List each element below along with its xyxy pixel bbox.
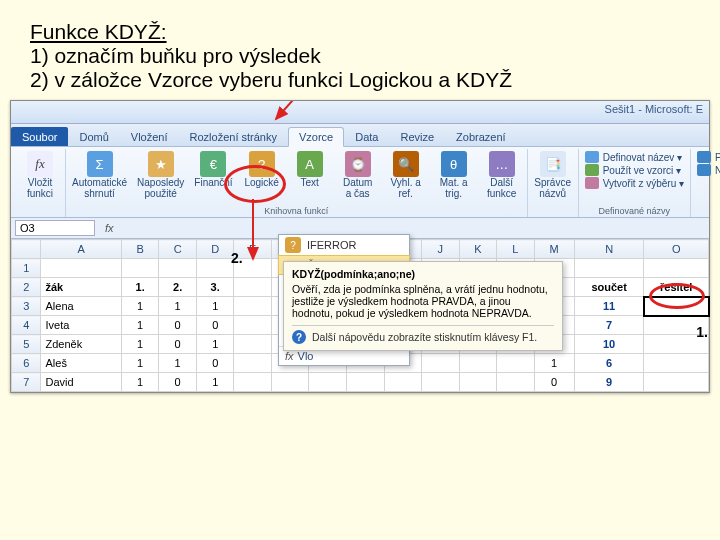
header-cell[interactable]: 2.: [159, 278, 197, 297]
cell[interactable]: 0: [159, 335, 197, 354]
cell[interactable]: [234, 316, 272, 335]
cell-result[interactable]: [644, 297, 709, 316]
cell-sum[interactable]: 7: [574, 316, 644, 335]
cell-sum[interactable]: 11: [574, 297, 644, 316]
trace-side-předch[interactable]: Předch: [697, 151, 720, 163]
col-header[interactable]: L: [497, 240, 535, 259]
ribbon-automatické[interactable]: ΣAutomatické shrnutí: [68, 149, 131, 201]
cell[interactable]: 1: [121, 373, 159, 392]
cell-sum[interactable]: 10: [574, 335, 644, 354]
cell[interactable]: [347, 373, 385, 392]
cell[interactable]: 0: [159, 373, 197, 392]
ribbon-naposledy[interactable]: ★Naposledy použité: [133, 149, 188, 201]
cell[interactable]: 1: [121, 297, 159, 316]
ribbon-finanční[interactable]: €Finanční: [190, 149, 236, 201]
header-cell[interactable]: řešitel: [644, 278, 709, 297]
tab-domů[interactable]: Domů: [68, 127, 119, 146]
help-icon: ?: [292, 330, 306, 344]
cell[interactable]: [309, 373, 347, 392]
cell-result[interactable]: [644, 354, 709, 373]
name-side-vytvořit-z-výběru[interactable]: Vytvořit z výběru ▾: [585, 177, 684, 189]
cell[interactable]: [271, 373, 309, 392]
name-manager-button[interactable]: 📑 Správce názvů: [530, 149, 576, 201]
ribbon-další[interactable]: …Další funkce: [479, 149, 525, 201]
trace-side-následn[interactable]: Následn: [697, 164, 720, 176]
col-header[interactable]: O: [644, 240, 709, 259]
tab-vzorce[interactable]: Vzorce: [288, 127, 344, 147]
tab-revize[interactable]: Revize: [389, 127, 445, 146]
cell-sum[interactable]: 6: [574, 354, 644, 373]
col-header[interactable]: A: [41, 240, 121, 259]
cell[interactable]: 1: [196, 373, 234, 392]
cell[interactable]: 0: [159, 316, 197, 335]
cell[interactable]: 1: [121, 335, 159, 354]
cell[interactable]: [422, 373, 460, 392]
cell[interactable]: [459, 354, 497, 373]
cell[interactable]: [234, 373, 272, 392]
excel-window: Sešit1 - Microsoft: E Soubor DomůVložení…: [10, 100, 710, 393]
header-cell[interactable]: 3.: [196, 278, 234, 297]
ribbon-datum[interactable]: ⌚Datum a čas: [335, 149, 381, 201]
cell[interactable]: [497, 373, 535, 392]
header-cell[interactable]: 1.: [121, 278, 159, 297]
header-cell[interactable]: součet: [574, 278, 644, 297]
name-box[interactable]: O3: [15, 220, 95, 236]
cell-name[interactable]: Alena: [41, 297, 121, 316]
cell[interactable]: [497, 354, 535, 373]
cell[interactable]: 0: [534, 373, 574, 392]
ribbon-logické[interactable]: ?Logické: [239, 149, 285, 201]
ribbon: fx Vložit funkci ΣAutomatické shrnutí★Na…: [11, 147, 709, 218]
row-header[interactable]: 1: [12, 259, 41, 278]
insert-function-button[interactable]: fx Vložit funkci: [17, 149, 63, 201]
ribbon-text[interactable]: AText: [287, 149, 333, 201]
cell[interactable]: 1: [534, 354, 574, 373]
cell[interactable]: [234, 354, 272, 373]
cell[interactable]: 0: [196, 354, 234, 373]
col-header[interactable]: M: [534, 240, 574, 259]
col-header[interactable]: C: [159, 240, 197, 259]
cell[interactable]: 1: [121, 316, 159, 335]
cell[interactable]: 1: [196, 335, 234, 354]
cell[interactable]: 1: [121, 354, 159, 373]
tab-rozložení-stránky[interactable]: Rozložení stránky: [179, 127, 288, 146]
header-cell[interactable]: [234, 278, 272, 297]
cell[interactable]: [459, 373, 497, 392]
col-header[interactable]: [12, 240, 41, 259]
tooltip-help: ? Další nápovědu zobrazíte stisknutím kl…: [292, 325, 554, 344]
col-header[interactable]: B: [121, 240, 159, 259]
window-titlebar: Sešit1 - Microsoft: E: [11, 101, 709, 124]
cell-name[interactable]: Iveta: [41, 316, 121, 335]
ribbon-mat. a[interactable]: θMat. a trig.: [431, 149, 477, 201]
cell-name[interactable]: Aleš: [41, 354, 121, 373]
tab-file[interactable]: Soubor: [11, 127, 68, 146]
ribbon-vyhl. a[interactable]: 🔍Vyhl. a ref.: [383, 149, 429, 201]
name-side-použít-ve-vzorci[interactable]: Použít ve vzorci ▾: [585, 164, 684, 176]
group-label-library: Knihovna funkcí: [264, 206, 328, 217]
cell[interactable]: 1: [196, 297, 234, 316]
window-title: Sešit1 - Microsoft: E: [605, 103, 703, 115]
fx-icon[interactable]: fx: [105, 222, 114, 234]
group-label-names: Definované názvy: [599, 206, 671, 217]
name-side-definovat-název[interactable]: Definovat název ▾: [585, 151, 684, 163]
cell-name[interactable]: Zdeněk: [41, 335, 121, 354]
col-header[interactable]: D: [196, 240, 234, 259]
cell[interactable]: 1: [159, 354, 197, 373]
col-header[interactable]: J: [422, 240, 460, 259]
tab-zobrazení[interactable]: Zobrazení: [445, 127, 517, 146]
col-header[interactable]: N: [574, 240, 644, 259]
annotation-label-2: 2.: [231, 250, 243, 266]
cell-result[interactable]: [644, 373, 709, 392]
cell[interactable]: [234, 297, 272, 316]
cell[interactable]: [234, 335, 272, 354]
cell[interactable]: [384, 373, 422, 392]
cell[interactable]: [422, 354, 460, 373]
tab-vložení[interactable]: Vložení: [120, 127, 179, 146]
tab-data[interactable]: Data: [344, 127, 389, 146]
header-cell[interactable]: žák: [41, 278, 121, 297]
cell[interactable]: 1: [159, 297, 197, 316]
cell-sum[interactable]: 9: [574, 373, 644, 392]
col-header[interactable]: K: [459, 240, 497, 259]
instruction-line1: 1) označím buňku pro výsledek: [30, 44, 321, 67]
cell-name[interactable]: David: [41, 373, 121, 392]
cell[interactable]: 0: [196, 316, 234, 335]
